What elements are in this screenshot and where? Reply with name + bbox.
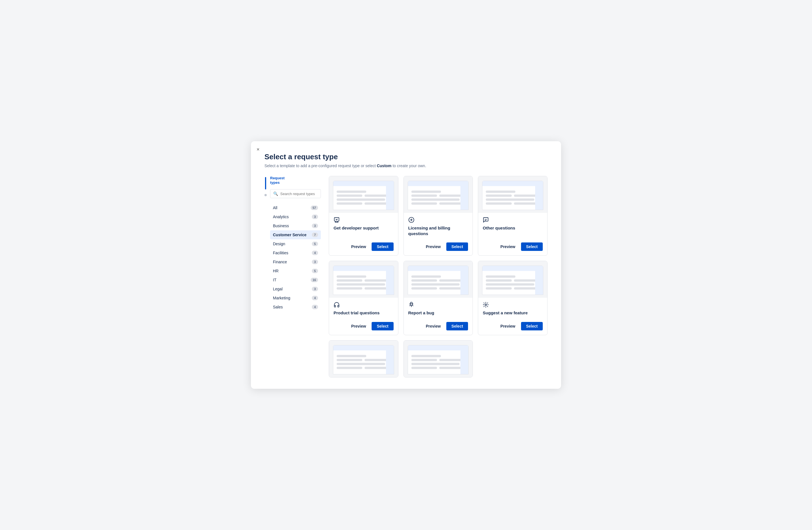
search-icon: 🔍 (273, 191, 278, 196)
preview-line (411, 191, 441, 193)
svg-point-12 (485, 304, 487, 306)
card-icon (408, 217, 468, 223)
category-item-all[interactable]: All57 (270, 203, 321, 212)
preview-line (411, 283, 460, 285)
preview-line (337, 363, 385, 365)
preview-button[interactable]: Preview (498, 243, 518, 251)
category-label: Facilities (273, 251, 288, 255)
close-button[interactable]: × (257, 147, 260, 152)
preview-line (486, 283, 534, 285)
category-item-it[interactable]: IT16 (270, 276, 321, 284)
category-label: HR (273, 269, 278, 273)
category-item-finance[interactable]: Finance3 (270, 257, 321, 266)
card-preview (478, 176, 547, 213)
card-preview-lines (411, 355, 465, 369)
card-title: Other questions (483, 225, 543, 236)
preview-line (337, 367, 362, 369)
preview-line (337, 355, 366, 357)
category-item-hr[interactable]: HR5 (270, 266, 321, 276)
card-body: Licensing and billing questions Preview … (404, 213, 473, 255)
preview-button[interactable]: Preview (348, 322, 369, 330)
category-item-marketing[interactable]: Marketing4 (270, 293, 321, 303)
category-item-analytics[interactable]: Analytics3 (270, 212, 321, 221)
card-title: Suggest a new feature (483, 310, 543, 316)
cards-area: Get developer support Preview Select (329, 176, 548, 378)
select-button[interactable]: Select (446, 242, 468, 251)
preview-line (337, 287, 362, 290)
card-suggest-feature: Suggest a new feature Preview Select (478, 261, 548, 335)
modal-body: Request types 🔍 All57Analytics3Business3… (264, 176, 548, 378)
card-preview-topbar (482, 181, 543, 186)
preview-line (411, 198, 460, 201)
preview-button[interactable]: Preview (423, 322, 444, 330)
card-report-bug: Report a bug Preview Select (404, 261, 473, 335)
preview-line (411, 359, 437, 361)
category-label: Design (273, 241, 285, 246)
card-actions: Preview Select (483, 319, 543, 330)
card-body: Other questions Preview Select (478, 213, 547, 255)
card-preview-inner (408, 345, 469, 374)
select-button[interactable]: Select (446, 322, 468, 330)
preview-row (337, 202, 391, 205)
select-button[interactable]: Select (521, 242, 543, 251)
card-preview-topbar (408, 345, 468, 350)
category-list: All57Analytics3Business3Customer Service… (270, 203, 321, 311)
select-button[interactable]: Select (372, 242, 393, 251)
card-preview-topbar (482, 266, 543, 271)
category-badge: 3 (312, 287, 318, 291)
select-button[interactable]: Select (372, 322, 393, 330)
preview-line (486, 202, 511, 205)
card-actions: Preview Select (408, 240, 468, 251)
preview-line (337, 359, 362, 361)
card-preview-sidebar (460, 345, 468, 374)
category-item-business[interactable]: Business3 (270, 221, 321, 230)
card-product-trial: Product trial questions Preview Select (329, 261, 398, 335)
preview-line (411, 287, 437, 290)
modal-container: × Select a request type Select a templat… (251, 141, 561, 389)
category-badge: 5 (312, 241, 318, 246)
preview-button[interactable]: Preview (423, 243, 444, 251)
category-item-legal[interactable]: Legal3 (270, 284, 321, 293)
svg-line-8 (412, 304, 413, 305)
preview-line (337, 191, 366, 193)
card-preview (478, 261, 547, 298)
category-label: Sales (273, 305, 283, 309)
card-preview-inner (408, 266, 469, 295)
category-badge: 3 (312, 223, 318, 228)
select-button[interactable]: Select (521, 322, 543, 330)
preview-line (411, 363, 460, 365)
card-preview (404, 176, 473, 213)
preview-row (337, 194, 391, 197)
card-preview-lines (337, 191, 391, 205)
category-label: All (273, 206, 277, 210)
card-preview (329, 176, 398, 213)
card-preview-sidebar (535, 181, 543, 210)
category-item-sales[interactable]: Sales4 (270, 303, 321, 311)
category-badge: 4 (312, 305, 318, 309)
card-preview (404, 261, 473, 298)
card-preview (404, 341, 473, 377)
card-preview-sidebar (386, 181, 394, 210)
preview-row (411, 287, 465, 290)
category-item-design[interactable]: Design5 (270, 239, 321, 248)
category-badge: 7 (312, 233, 318, 237)
category-label: Business (273, 223, 289, 228)
preview-line (411, 279, 437, 282)
card-preview-lines (486, 276, 540, 290)
category-item-customer-service[interactable]: Customer Service7 (270, 230, 321, 239)
preview-button[interactable]: Preview (498, 322, 518, 330)
preview-button[interactable]: Preview (348, 243, 369, 251)
card-preview-lines (411, 191, 465, 205)
preview-row (337, 287, 391, 290)
category-badge: 16 (311, 278, 318, 282)
card-card7 (329, 340, 398, 378)
category-item-facilities[interactable]: Facilities4 (270, 248, 321, 257)
card-preview-topbar (333, 181, 394, 186)
card-get-developer-support: Get developer support Preview Select (329, 176, 398, 256)
card-icon (334, 217, 394, 223)
preview-row (486, 202, 540, 205)
search-input[interactable] (280, 192, 318, 196)
category-badge: 4 (312, 296, 318, 300)
preview-row (486, 194, 540, 197)
preview-line (486, 194, 511, 197)
